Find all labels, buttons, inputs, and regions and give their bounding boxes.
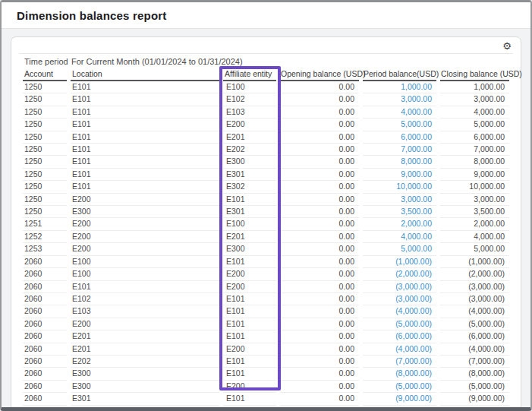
column-header-opening-balance: Opening balance (USD) (280, 68, 359, 81)
column-header-period-balance: Period balance(USD) (363, 68, 436, 81)
cell-period-balance-link[interactable]: (4,000.00) (363, 343, 436, 356)
cell-account: 2060 (23, 406, 67, 411)
cell-closing-balance: 3,500.00 (440, 206, 509, 218)
cell-location: E300 (71, 381, 219, 393)
cell-period-balance-link[interactable]: (1,000.00) (363, 256, 436, 268)
cell-period-balance-link[interactable]: 8,000.00 (363, 156, 436, 168)
cell-location: E300 (71, 368, 219, 380)
cell-account: 2060 (23, 381, 67, 393)
cell-opening-balance: 0.00 (280, 81, 359, 93)
cell-closing-balance: (7,000.00) (440, 356, 509, 368)
cell-affiliate-entity: E200 (223, 119, 276, 131)
cell-account: 2060 (23, 343, 67, 356)
cell-closing-balance: (3,000.00) (440, 281, 509, 293)
cell-opening-balance: 0.00 (280, 206, 359, 218)
cell-period-balance-link[interactable]: 10,000.00 (363, 181, 436, 193)
cell-period-balance-link[interactable]: 2,000.00 (363, 218, 436, 230)
cell-opening-balance: 0.00 (280, 106, 359, 119)
cell-opening-balance: 0.00 (280, 156, 359, 168)
cell-closing-balance: 3,000.00 (440, 194, 509, 206)
cell-location: E200 (71, 243, 219, 255)
cell-period-balance-link[interactable]: 5,000.00 (363, 243, 436, 255)
cell-opening-balance: 0.00 (280, 305, 359, 318)
cell-period-balance-link[interactable]: (5,000.00) (363, 381, 436, 393)
report-table-container: Time period For Current Month (01/01/202… (19, 53, 513, 411)
cell-period-balance-link[interactable]: (6,000.00) (363, 330, 436, 343)
cell-affiliate-entity: E100 (223, 218, 276, 230)
cell-location: E101 (71, 119, 219, 131)
cell-account: 1250 (23, 181, 67, 193)
table-row: 1253E200E3000.005,000.005,000.00 (23, 243, 509, 255)
cell-period-balance-link[interactable]: 3,000.00 (363, 93, 436, 106)
table-row: 2060E300E2000.00(5,000.00)(5,000.00) (23, 381, 509, 393)
title-bar: Dimension balances report (2, 2, 530, 29)
table-row: 2060E100E1010.00(1,000.00)(1,000.00) (23, 256, 509, 268)
cell-period-balance-link[interactable]: 3,000.00 (363, 194, 436, 206)
cell-period-balance-link[interactable]: (7,000.00) (363, 356, 436, 368)
cell-affiliate-entity: E100 (223, 81, 276, 93)
cell-period-balance-link[interactable]: (8,000.00) (363, 368, 436, 380)
time-period-value: For Current Month (01/01/2024 to 01/31/2… (71, 54, 509, 68)
cell-affiliate-entity: E302 (223, 181, 276, 193)
cell-period-balance-link[interactable]: 3,500.00 (363, 206, 436, 218)
table-row: 1250E101E2020.007,000.007,000.00 (23, 144, 509, 156)
cell-affiliate-entity: E300 (223, 406, 276, 411)
cell-opening-balance: 0.00 (280, 368, 359, 380)
cell-location: E100 (71, 268, 219, 280)
cell-opening-balance: 0.00 (280, 194, 359, 206)
cell-closing-balance: 3,000.00 (440, 93, 509, 106)
cell-account: 2060 (23, 281, 67, 293)
table-row: 2060E100E2000.00(2,000.00)(2,000.00) (23, 268, 509, 280)
cell-affiliate-entity: E201 (223, 231, 276, 243)
cell-opening-balance: 0.00 (280, 343, 359, 356)
cell-period-balance-link[interactable]: (3,500.00) (363, 406, 436, 411)
cell-period-balance-link[interactable]: 4,000.00 (363, 106, 436, 119)
cell-account: 1252 (23, 231, 67, 243)
cell-account: 2060 (23, 318, 67, 330)
cell-closing-balance: 4,000.00 (440, 106, 509, 119)
gear-icon: ⚙ (502, 40, 512, 52)
table-row: 2060E200E1010.00(5,000.00)(5,000.00) (23, 318, 509, 330)
column-header-affiliate-entity: Affiliate entity (223, 68, 276, 81)
cell-location: E200 (71, 218, 219, 230)
cell-account: 1250 (23, 194, 67, 206)
cell-period-balance-link[interactable]: (2,000.00) (363, 268, 436, 280)
cell-account: 2060 (23, 330, 67, 343)
table-row: 1251E200E1000.002,000.002,000.00 (23, 218, 509, 230)
cell-period-balance-link[interactable]: (5,000.00) (363, 318, 436, 330)
cell-period-balance-link[interactable]: (3,000.00) (363, 293, 436, 305)
table-row: 2060E301E3000.00(3,500.00)(3,500.00) (23, 406, 509, 411)
report-page: ⚙ Time period For Current Month (01/01/2… (2, 29, 530, 411)
cell-period-balance-link[interactable]: (3,000.00) (363, 281, 436, 293)
cell-location: E102 (71, 293, 219, 305)
cell-account: 2060 (23, 268, 67, 280)
cell-location: E200 (71, 231, 219, 243)
cell-period-balance-link[interactable]: 7,000.00 (363, 144, 436, 156)
cell-period-balance-link[interactable]: 6,000.00 (363, 131, 436, 144)
table-row: 2060E301E1010.00(9,000.00)(9,000.00) (23, 393, 509, 405)
cell-account: 1250 (23, 119, 67, 131)
cell-period-balance-link[interactable]: 9,000.00 (363, 169, 436, 181)
report-table-body: 1250E101E1000.001,000.001,000.001250E101… (23, 81, 509, 411)
cell-period-balance-link[interactable]: 4,000.00 (363, 231, 436, 243)
cell-period-balance-link[interactable]: (9,000.00) (363, 393, 436, 405)
settings-gear-button[interactable]: ⚙ (501, 41, 513, 51)
cell-closing-balance: 8,000.00 (440, 156, 509, 168)
table-row: 2060E102E1010.00(3,000.00)(3,000.00) (23, 293, 509, 305)
cell-period-balance-link[interactable]: 5,000.00 (363, 119, 436, 131)
cell-closing-balance: (4,000.00) (440, 343, 509, 356)
cell-closing-balance: (5,000.00) (440, 318, 509, 330)
cell-affiliate-entity: E103 (223, 106, 276, 119)
cell-opening-balance: 0.00 (280, 256, 359, 268)
cell-period-balance-link[interactable]: 1,000.00 (363, 81, 436, 93)
cell-location: E201 (71, 330, 219, 343)
cell-period-balance-link[interactable]: (4,000.00) (363, 305, 436, 318)
time-period-label: Time period (23, 54, 67, 68)
cell-account: 2060 (23, 356, 67, 368)
cell-opening-balance: 0.00 (280, 243, 359, 255)
cell-location: E101 (71, 81, 219, 93)
cell-account: 1250 (23, 93, 67, 106)
table-row: 2060E201E2000.00(4,000.00)(4,000.00) (23, 343, 509, 356)
table-row: 2060E300E1010.00(8,000.00)(8,000.00) (23, 368, 509, 380)
cell-affiliate-entity: E101 (223, 330, 276, 343)
